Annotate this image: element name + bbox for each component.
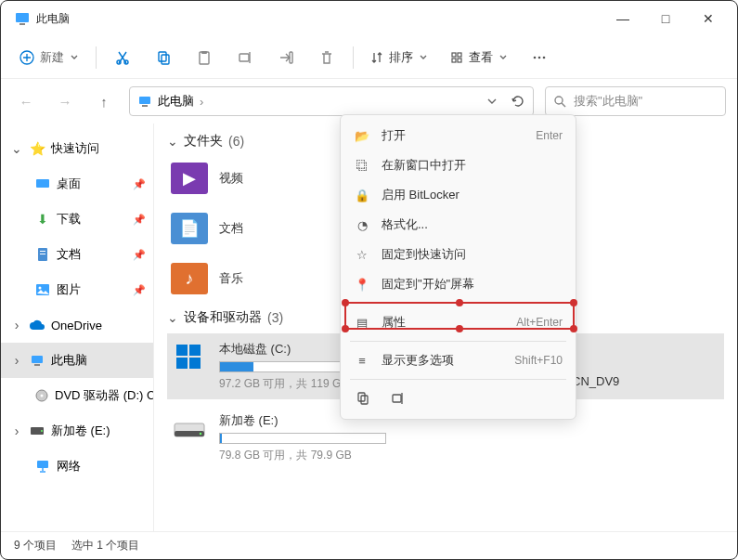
new-window-icon: ⿻: [354, 159, 370, 173]
status-bar: 9 个项目 选中 1 个项目: [1, 531, 737, 559]
svg-rect-37: [189, 358, 201, 369]
paste-icon[interactable]: [186, 41, 223, 74]
ctx-bitlocker[interactable]: 🔒 启用 BitLocker: [341, 180, 576, 210]
documents-folder-icon: 📄: [171, 213, 208, 244]
pictures-icon: [34, 281, 51, 298]
share-icon[interactable]: [267, 41, 304, 74]
section-count: (6): [228, 134, 244, 149]
svg-rect-14: [458, 59, 461, 62]
ctx-label: 格式化...: [382, 216, 428, 233]
sidebar-downloads[interactable]: ⬇ 下载 📌: [1, 202, 153, 237]
music-folder-icon: ♪: [171, 263, 208, 294]
chevron-down-icon[interactable]: [486, 96, 498, 107]
drive-icon: [171, 412, 208, 446]
sidebar-desktop[interactable]: 桌面 📌: [1, 166, 153, 202]
rename-icon[interactable]: [227, 41, 264, 74]
svg-rect-34: [176, 345, 188, 356]
divider: [350, 303, 566, 304]
svg-rect-23: [40, 251, 45, 252]
sidebar-this-pc[interactable]: › 此电脑: [1, 343, 153, 378]
ctx-properties[interactable]: ▤ 属性 Alt+Enter: [341, 307, 576, 337]
svg-rect-19: [142, 105, 148, 107]
sidebar-onedrive[interactable]: › OneDrive: [1, 307, 153, 343]
nav-forward-button[interactable]: →: [51, 87, 79, 115]
desktop-icon: [34, 176, 51, 192]
view-button[interactable]: 查看: [441, 41, 517, 74]
svg-rect-11: [452, 53, 456, 57]
more-options-icon: ≡: [354, 354, 370, 368]
sidebar-dvd-drive[interactable]: DVD 驱动器 (D:) CCHA_X64FRE_ZH-CN_DV9: [1, 378, 153, 413]
svg-rect-35: [189, 345, 201, 356]
ctx-pin-start[interactable]: 📍 固定到"开始"屏幕: [341, 269, 576, 299]
divider: [350, 341, 566, 342]
refresh-icon[interactable]: [511, 94, 525, 109]
drive-progress-fill: [220, 434, 222, 443]
chevron-right-icon[interactable]: ›: [10, 423, 23, 438]
address-bar[interactable]: 此电脑 ›: [129, 86, 534, 116]
sidebar-network[interactable]: 网络: [1, 449, 153, 484]
sidebar-label: 新加卷 (E:): [51, 423, 110, 439]
status-item-count: 9 个项目: [14, 538, 57, 553]
svg-rect-21: [36, 179, 49, 188]
svg-rect-5: [159, 52, 166, 61]
sidebar-label: DVD 驱动器 (D:) CCHA_X64FRE_ZH-CN_DV9: [55, 387, 154, 404]
svg-rect-36: [176, 358, 188, 369]
ctx-label: 固定到快速访问: [382, 246, 466, 263]
sidebar-pictures[interactable]: 图片 📌: [1, 272, 153, 307]
videos-folder-icon: ▶: [171, 163, 208, 194]
window-controls: — □ ✕: [602, 4, 730, 33]
ctx-pin-quick-access[interactable]: ☆ 固定到快速访问: [341, 240, 576, 269]
ctx-shortcut: Enter: [536, 129, 563, 142]
windows-drive-icon: [171, 341, 208, 374]
ctx-label: 属性: [382, 314, 406, 331]
sidebar-label: OneDrive: [51, 319, 102, 332]
new-button[interactable]: 新建: [10, 41, 88, 74]
svg-rect-9: [240, 54, 249, 61]
drive-status: 79.8 GB 可用，共 79.9 GB: [219, 448, 386, 463]
ctx-more-options[interactable]: ≡ 显示更多选项 Shift+F10: [341, 345, 576, 375]
copy-icon[interactable]: [145, 41, 182, 74]
chevron-down-icon[interactable]: ⌄: [10, 141, 23, 156]
sidebar-volume-e[interactable]: › 新加卷 (E:): [1, 413, 153, 449]
svg-rect-8: [201, 51, 207, 54]
drive-progress-fill: [220, 362, 253, 371]
svg-rect-0: [16, 13, 29, 22]
svg-point-17: [543, 56, 546, 59]
minimize-button[interactable]: —: [602, 4, 644, 33]
sidebar-label: 图片: [57, 281, 81, 298]
chevron-right-icon[interactable]: ›: [10, 353, 23, 368]
ctx-open[interactable]: 📂 打开 Enter: [341, 121, 576, 150]
folder-label: 视频: [219, 170, 243, 187]
chevron-down-icon: ⌄: [167, 134, 178, 149]
svg-point-26: [39, 287, 42, 290]
new-label: 新建: [40, 49, 64, 66]
nav-back-button[interactable]: ←: [12, 87, 40, 115]
sidebar-label: 此电脑: [51, 352, 87, 369]
search-bar[interactable]: 搜索"此电脑": [545, 86, 726, 116]
pc-icon: [137, 94, 152, 109]
pin-icon: 📌: [133, 284, 146, 296]
network-icon: [34, 458, 51, 475]
svg-point-40: [200, 433, 201, 435]
ctx-open-new-window[interactable]: ⿻ 在新窗口中打开: [341, 150, 576, 180]
drive-icon: [29, 423, 45, 439]
ctx-shortcut: Shift+F10: [514, 354, 563, 367]
close-button[interactable]: ✕: [687, 4, 730, 33]
more-icon[interactable]: [521, 41, 558, 74]
cut-icon[interactable]: [104, 41, 141, 74]
ctx-label: 打开: [382, 127, 406, 144]
ctx-label: 固定到"开始"屏幕: [382, 276, 474, 293]
rename-icon[interactable]: [389, 389, 408, 408]
sidebar-label: 下载: [57, 211, 81, 228]
delete-icon[interactable]: [308, 41, 345, 74]
divider: [350, 379, 566, 380]
sort-button[interactable]: 排序: [361, 41, 437, 74]
sidebar-quick-access[interactable]: ⌄ ⭐ 快速访问: [1, 131, 153, 166]
nav-up-button[interactable]: ↑: [90, 87, 118, 115]
star-icon: ⭐: [29, 140, 45, 157]
sidebar-documents[interactable]: 文档 📌: [1, 237, 153, 272]
copy-icon[interactable]: [354, 389, 372, 408]
maximize-button[interactable]: □: [644, 4, 687, 33]
ctx-format[interactable]: ◔ 格式化...: [341, 210, 576, 240]
chevron-right-icon[interactable]: ›: [10, 318, 23, 332]
